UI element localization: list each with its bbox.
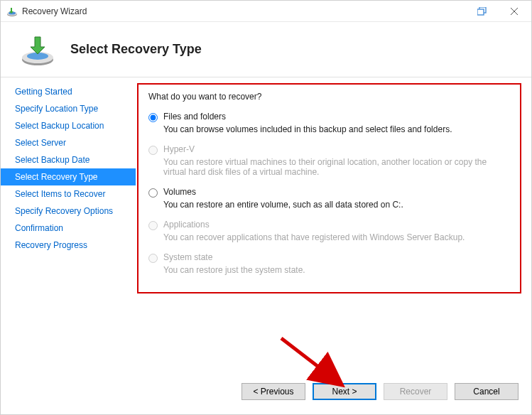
content-panel: What do you want to recover? Files and f… [137,83,521,293]
page-title: Select Recovery Type [70,42,202,57]
option-hyperv: Hyper-V You can restore virtual machines… [148,144,510,177]
wizard-body: Getting Started Specify Location Type Se… [1,77,531,373]
step-select-backup-location[interactable]: Select Backup Location [1,117,136,134]
step-recovery-progress[interactable]: Recovery Progress [1,237,136,254]
option-label: Applications [163,220,510,230]
option-files-folders[interactable]: Files and folders You can browse volumes… [148,112,510,134]
radio-system-state [148,254,158,263]
app-icon [6,6,18,17]
option-description: You can restore an entire volume, such a… [163,200,510,210]
step-select-backup-date[interactable]: Select Backup Date [1,151,136,168]
option-description: You can browse volumes included in this … [163,124,510,134]
prompt-text: What do you want to recover? [148,92,510,102]
radio-files-folders[interactable] [148,113,158,122]
step-select-server[interactable]: Select Server [1,134,136,151]
option-applications: Applications You can recover application… [148,220,510,242]
restore-icon[interactable] [466,1,498,21]
option-description: You can recover applications that have r… [163,232,510,242]
step-getting-started[interactable]: Getting Started [1,83,136,100]
step-select-items[interactable]: Select Items to Recover [1,185,136,203]
option-label: Volumes [163,187,510,197]
next-button[interactable]: Next > [313,383,376,400]
option-label: Files and folders [163,112,510,122]
wizard-footer: < Previous Next > Recover Cancel [1,373,531,410]
option-volumes[interactable]: Volumes You can restore an entire volume… [148,187,510,210]
option-system-state: System state You can restore just the sy… [148,252,510,275]
option-description: You can restore virtual machines to thei… [163,157,510,177]
step-select-recovery-type[interactable]: Select Recovery Type [1,168,136,185]
recovery-icon [21,33,55,67]
step-specify-recovery-options[interactable]: Specify Recovery Options [1,203,136,220]
step-sidebar: Getting Started Specify Location Type Se… [1,77,136,373]
titlebar: Recovery Wizard [1,1,531,22]
previous-button[interactable]: < Previous [241,383,305,400]
option-label: System state [163,252,510,262]
option-description: You can restore just the system state. [163,265,510,275]
radio-volumes[interactable] [148,188,158,198]
window-title: Recovery Wizard [22,6,87,16]
svg-rect-4 [477,9,484,15]
step-specify-location-type[interactable]: Specify Location Type [1,100,136,117]
radio-hyperv [148,146,158,155]
cancel-button[interactable]: Cancel [455,383,519,400]
radio-applications [148,221,158,230]
recover-button: Recover [384,383,447,400]
step-confirmation[interactable]: Confirmation [1,220,136,237]
option-label: Hyper-V [163,144,510,154]
close-icon[interactable] [498,1,530,21]
wizard-header: Select Recovery Type [1,22,531,77]
